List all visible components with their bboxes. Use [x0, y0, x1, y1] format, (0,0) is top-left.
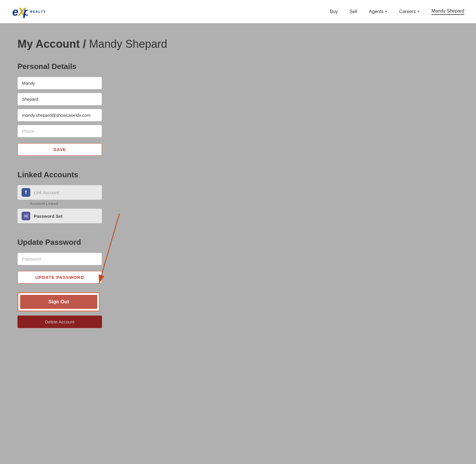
- first-name-input[interactable]: [17, 77, 102, 89]
- update-password-title: Update Password: [17, 238, 459, 247]
- page-title-user: Mandy Shepard: [89, 38, 167, 50]
- facebook-linked-status: Account Linked: [30, 201, 459, 206]
- update-password-section: Update Password UPDATE PASSWORD: [17, 238, 459, 284]
- page-title: My Account / Mandy Shepard: [17, 38, 459, 50]
- nav-careers[interactable]: Careers ▼: [399, 9, 420, 14]
- delete-account-group: Delete Account: [17, 311, 459, 328]
- nav-buy[interactable]: Buy: [330, 9, 338, 14]
- facebook-icon: f: [22, 188, 30, 197]
- agents-dropdown-icon: ▼: [385, 10, 387, 13]
- logo-realty-text: REALTY: [30, 10, 46, 13]
- email-icon: ✉: [22, 212, 30, 220]
- email-linked-label: Password Set: [34, 214, 62, 219]
- nav-agents[interactable]: Agents ▼: [369, 9, 388, 14]
- svg-text:p: p: [23, 6, 28, 18]
- logo[interactable]: e X p REALTY: [12, 3, 46, 20]
- nav-sell[interactable]: Sell: [350, 9, 357, 14]
- main-nav: Buy Sell Agents ▼ Careers ▼ Mandy Shepar…: [330, 8, 464, 15]
- last-name-input[interactable]: [17, 93, 102, 105]
- main-content: My Account / Mandy Shepard Personal Deta…: [0, 23, 476, 343]
- sign-out-button[interactable]: Sign Out: [20, 295, 97, 309]
- phone-input[interactable]: [17, 125, 102, 137]
- nav-user[interactable]: Mandy Shepard: [431, 8, 464, 15]
- first-name-group: [17, 77, 459, 89]
- email-input[interactable]: [17, 109, 102, 121]
- facebook-link-label: Link Account: [34, 190, 59, 195]
- sign-out-section: Sign Out Delete Account: [17, 292, 459, 328]
- last-name-group: [17, 93, 459, 105]
- svg-text:e: e: [12, 6, 18, 18]
- facebook-linked-item[interactable]: f Link Account: [17, 185, 102, 200]
- page-title-separator: /: [83, 38, 89, 50]
- delete-account-button[interactable]: Delete Account: [17, 316, 102, 328]
- sign-out-wrapper: Sign Out: [17, 292, 100, 311]
- careers-dropdown-icon: ▼: [417, 10, 420, 13]
- linked-accounts-title: Linked Accounts: [17, 170, 459, 179]
- linked-accounts-section: Linked Accounts f Link Account Account L…: [17, 170, 459, 223]
- header: e X p REALTY Buy Sell Agents ▼ Careers ▼…: [0, 0, 476, 23]
- email-group: [17, 109, 459, 121]
- personal-details-section: Personal Details SAVE: [17, 62, 459, 156]
- personal-details-title: Personal Details: [17, 62, 459, 71]
- password-input[interactable]: [17, 253, 102, 265]
- save-button[interactable]: SAVE: [17, 143, 102, 156]
- email-linked-item[interactable]: ✉ Password Set: [17, 209, 102, 223]
- page-title-account: My Account: [17, 38, 80, 50]
- update-password-button[interactable]: UPDATE PASSWORD: [17, 271, 102, 284]
- password-group: [17, 253, 459, 265]
- phone-group: [17, 125, 459, 137]
